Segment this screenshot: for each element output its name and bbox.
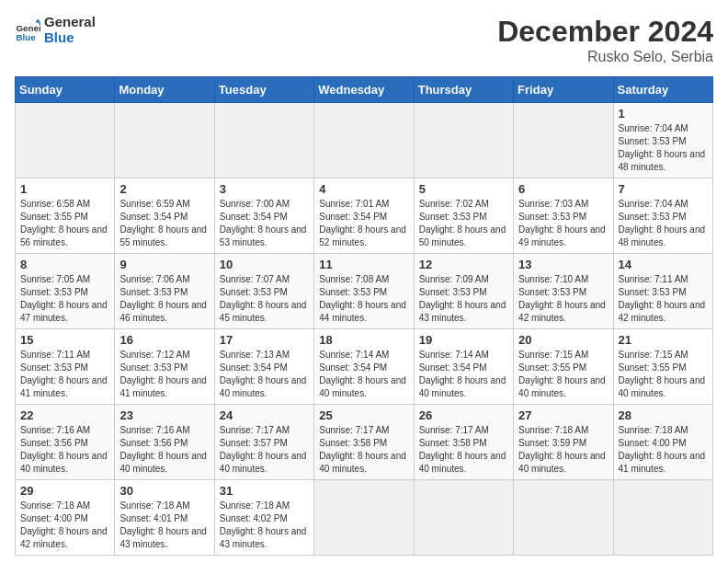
day-info: Sunrise: 7:03 AMSunset: 3:53 PMDaylight:… bbox=[518, 198, 609, 249]
day-info: Sunrise: 7:18 AMSunset: 4:01 PMDaylight:… bbox=[119, 500, 210, 551]
day-number: 24 bbox=[220, 408, 310, 422]
day-number: 22 bbox=[20, 408, 110, 422]
day-info: Sunrise: 7:09 AMSunset: 3:53 PMDaylight:… bbox=[419, 273, 509, 325]
day-number: 25 bbox=[319, 408, 409, 422]
calendar-cell: 17Sunrise: 7:13 AMSunset: 3:54 PMDayligh… bbox=[214, 329, 313, 405]
calendar-cell: 10Sunrise: 7:07 AMSunset: 3:53 PMDayligh… bbox=[214, 254, 313, 329]
calendar-cell: 1Sunrise: 7:04 AMSunset: 3:53 PMDaylight… bbox=[613, 103, 712, 178]
day-number: 19 bbox=[419, 333, 509, 347]
day-info: Sunrise: 7:11 AMSunset: 3:53 PMDaylight:… bbox=[20, 349, 110, 400]
day-info: Sunrise: 7:05 AMSunset: 3:53 PMDaylight:… bbox=[20, 273, 110, 325]
header-tuesday: Tuesday bbox=[214, 77, 313, 103]
logo-icon: General Blue bbox=[15, 17, 40, 43]
day-info: Sunrise: 6:59 AMSunset: 3:54 PMDaylight:… bbox=[119, 198, 210, 249]
calendar-cell: 12Sunrise: 7:09 AMSunset: 3:53 PMDayligh… bbox=[414, 254, 513, 329]
day-info: Sunrise: 7:17 AMSunset: 3:58 PMDaylight:… bbox=[319, 424, 409, 476]
day-info: Sunrise: 7:15 AMSunset: 3:55 PMDaylight:… bbox=[619, 349, 709, 400]
calendar-cell bbox=[613, 480, 712, 556]
calendar-cell: 8Sunrise: 7:05 AMSunset: 3:53 PMDaylight… bbox=[16, 254, 115, 329]
day-number: 2 bbox=[119, 182, 210, 196]
day-number: 10 bbox=[220, 258, 310, 271]
day-number: 18 bbox=[319, 333, 409, 347]
logo: General Blue General Blue bbox=[15, 15, 96, 45]
day-info: Sunrise: 7:18 AMSunset: 4:02 PMDaylight:… bbox=[220, 500, 310, 551]
calendar-week-row: 15Sunrise: 7:11 AMSunset: 3:53 PMDayligh… bbox=[16, 329, 713, 405]
day-number: 6 bbox=[518, 182, 609, 196]
day-info: Sunrise: 7:18 AMSunset: 4:00 PMDaylight:… bbox=[619, 424, 709, 476]
day-number: 13 bbox=[518, 258, 609, 271]
day-number: 23 bbox=[119, 408, 210, 422]
day-info: Sunrise: 7:17 AMSunset: 3:58 PMDaylight:… bbox=[419, 424, 509, 476]
day-info: Sunrise: 7:00 AMSunset: 3:54 PMDaylight:… bbox=[220, 198, 310, 249]
calendar-cell bbox=[514, 480, 613, 556]
header-friday: Friday bbox=[514, 77, 613, 103]
day-number: 30 bbox=[119, 484, 210, 498]
calendar-cell: 5Sunrise: 7:02 AMSunset: 3:53 PMDaylight… bbox=[414, 178, 513, 254]
day-number: 1 bbox=[619, 107, 709, 121]
day-number: 3 bbox=[220, 182, 310, 196]
calendar-week-row: 8Sunrise: 7:05 AMSunset: 3:53 PMDaylight… bbox=[16, 254, 713, 329]
calendar-cell: 4Sunrise: 7:01 AMSunset: 3:54 PMDaylight… bbox=[314, 178, 414, 254]
calendar-cell: 19Sunrise: 7:14 AMSunset: 3:54 PMDayligh… bbox=[414, 329, 513, 405]
svg-marker-2 bbox=[35, 18, 40, 22]
calendar-cell bbox=[414, 103, 513, 178]
calendar-cell: 23Sunrise: 7:16 AMSunset: 3:56 PMDayligh… bbox=[115, 405, 214, 480]
calendar-body: 1Sunrise: 7:04 AMSunset: 3:53 PMDaylight… bbox=[16, 103, 713, 556]
day-info: Sunrise: 7:18 AMSunset: 3:59 PMDaylight:… bbox=[518, 424, 609, 476]
calendar-cell: 14Sunrise: 7:11 AMSunset: 3:53 PMDayligh… bbox=[613, 254, 712, 329]
calendar-cell bbox=[16, 103, 115, 178]
day-number: 21 bbox=[619, 333, 709, 347]
calendar-cell: 29Sunrise: 7:18 AMSunset: 4:00 PMDayligh… bbox=[16, 480, 115, 556]
header-sunday: Sunday bbox=[16, 77, 115, 103]
calendar-cell: 28Sunrise: 7:18 AMSunset: 4:00 PMDayligh… bbox=[613, 405, 712, 480]
calendar-cell bbox=[115, 103, 214, 178]
calendar-cell bbox=[314, 480, 414, 556]
day-number: 20 bbox=[518, 333, 609, 347]
day-info: Sunrise: 7:14 AMSunset: 3:54 PMDaylight:… bbox=[319, 349, 409, 400]
day-number: 15 bbox=[20, 333, 110, 347]
day-info: Sunrise: 7:08 AMSunset: 3:53 PMDaylight:… bbox=[319, 273, 409, 325]
calendar-cell: 2Sunrise: 6:59 AMSunset: 3:54 PMDaylight… bbox=[115, 178, 214, 254]
day-info: Sunrise: 7:04 AMSunset: 3:53 PMDaylight:… bbox=[619, 198, 709, 249]
title-block: December 2024 Rusko Selo, Serbia bbox=[497, 15, 713, 65]
day-info: Sunrise: 7:12 AMSunset: 3:53 PMDaylight:… bbox=[119, 349, 210, 400]
calendar-cell: 1Sunrise: 6:58 AMSunset: 3:55 PMDaylight… bbox=[16, 178, 115, 254]
calendar-cell: 21Sunrise: 7:15 AMSunset: 3:55 PMDayligh… bbox=[613, 329, 712, 405]
day-number: 14 bbox=[619, 258, 709, 271]
calendar-cell bbox=[214, 103, 313, 178]
day-number: 12 bbox=[419, 258, 509, 271]
day-number: 9 bbox=[119, 258, 210, 271]
calendar-cell: 11Sunrise: 7:08 AMSunset: 3:53 PMDayligh… bbox=[314, 254, 414, 329]
day-info: Sunrise: 7:04 AMSunset: 3:53 PMDaylight:… bbox=[619, 122, 709, 174]
calendar-cell: 27Sunrise: 7:18 AMSunset: 3:59 PMDayligh… bbox=[514, 405, 613, 480]
calendar-cell: 26Sunrise: 7:17 AMSunset: 3:58 PMDayligh… bbox=[414, 405, 513, 480]
day-info: Sunrise: 7:11 AMSunset: 3:53 PMDaylight:… bbox=[619, 273, 709, 325]
calendar-cell: 25Sunrise: 7:17 AMSunset: 3:58 PMDayligh… bbox=[314, 405, 414, 480]
calendar-week-row: 22Sunrise: 7:16 AMSunset: 3:56 PMDayligh… bbox=[16, 405, 713, 480]
calendar-cell: 13Sunrise: 7:10 AMSunset: 3:53 PMDayligh… bbox=[514, 254, 613, 329]
calendar-cell: 16Sunrise: 7:12 AMSunset: 3:53 PMDayligh… bbox=[115, 329, 214, 405]
day-number: 8 bbox=[20, 258, 110, 271]
day-info: Sunrise: 7:14 AMSunset: 3:54 PMDaylight:… bbox=[419, 349, 509, 400]
day-number: 17 bbox=[220, 333, 310, 347]
calendar-cell: 9Sunrise: 7:06 AMSunset: 3:53 PMDaylight… bbox=[115, 254, 214, 329]
calendar-week-row: 1Sunrise: 7:04 AMSunset: 3:53 PMDaylight… bbox=[16, 103, 713, 178]
day-number: 16 bbox=[119, 333, 210, 347]
calendar-cell: 20Sunrise: 7:15 AMSunset: 3:55 PMDayligh… bbox=[514, 329, 613, 405]
logo-text-blue: Blue bbox=[44, 30, 96, 46]
day-number: 31 bbox=[220, 484, 310, 498]
day-info: Sunrise: 7:16 AMSunset: 3:56 PMDaylight:… bbox=[119, 424, 210, 476]
svg-text:Blue: Blue bbox=[16, 32, 36, 42]
day-info: Sunrise: 7:02 AMSunset: 3:53 PMDaylight:… bbox=[419, 198, 509, 249]
calendar-subtitle: Rusko Selo, Serbia bbox=[497, 49, 713, 65]
calendar-week-row: 1Sunrise: 6:58 AMSunset: 3:55 PMDaylight… bbox=[16, 178, 713, 254]
calendar-title: December 2024 bbox=[497, 15, 713, 49]
calendar-cell: 15Sunrise: 7:11 AMSunset: 3:53 PMDayligh… bbox=[16, 329, 115, 405]
calendar-cell: 22Sunrise: 7:16 AMSunset: 3:56 PMDayligh… bbox=[16, 405, 115, 480]
calendar-cell bbox=[314, 103, 414, 178]
day-info: Sunrise: 7:07 AMSunset: 3:53 PMDaylight:… bbox=[220, 273, 310, 325]
calendar-cell: 6Sunrise: 7:03 AMSunset: 3:53 PMDaylight… bbox=[514, 178, 613, 254]
calendar-week-row: 29Sunrise: 7:18 AMSunset: 4:00 PMDayligh… bbox=[16, 480, 713, 556]
header-monday: Monday bbox=[115, 77, 214, 103]
day-info: Sunrise: 7:16 AMSunset: 3:56 PMDaylight:… bbox=[20, 424, 110, 476]
